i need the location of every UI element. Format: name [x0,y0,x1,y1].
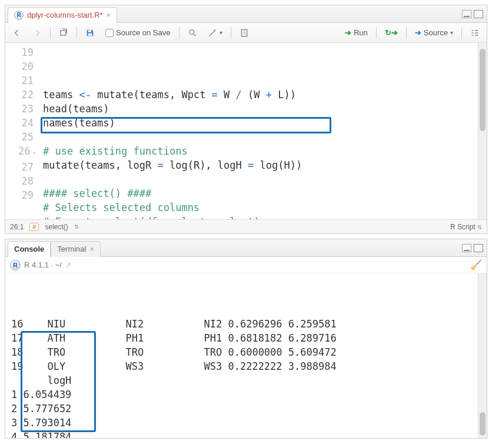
minimize-pane-icon[interactable] [462,244,471,252]
editor-toolbar: Source on Save ➔ Run ↻➔ ➔ Source [5,23,487,43]
rerun-icon: ↻➔ [385,28,398,37]
tab-terminal-label: Terminal [57,245,86,253]
scrollbar-thumb[interactable] [480,49,486,131]
rerun-button[interactable]: ↻➔ [381,26,401,39]
source-arrow-icon: ➔ [415,28,421,37]
section-chip[interactable]: # [29,223,39,231]
send-to-source-icon[interactable]: ⇗ [65,260,72,269]
show-in-new-window-button[interactable] [55,26,72,39]
nav-forward-button[interactable] [29,26,45,39]
console-pane: Console Terminal × R R 4.1.1 · ~/ ⇗ 🧹 16… [5,239,487,439]
toolbar-separator [406,27,407,39]
tab-terminal[interactable]: Terminal × [51,241,101,257]
toolbar-separator [461,27,462,39]
vertical-scrollbar[interactable] [478,273,487,438]
arrow-left-icon [12,28,22,38]
run-label: Run [354,28,368,37]
outline-sort-icon[interactable]: ⇅ [74,223,79,230]
svg-rect-0 [61,31,66,35]
nav-back-button[interactable] [9,26,25,39]
save-icon [85,28,95,38]
outline-section-name[interactable]: select() [45,223,68,231]
source-on-save-label: Source on Save [116,28,171,37]
clear-console-button[interactable]: 🧹 [470,259,482,270]
editor-body[interactable]: 1920212223242526▾272829 teams <- mutate(… [5,43,487,219]
editor-file-tab[interactable]: R dplyr-columns-start.R* × [8,7,117,23]
toolbar-separator [77,27,77,39]
run-arrow-icon: ➔ [345,28,351,37]
maximize-pane-icon[interactable] [474,10,483,18]
console-text[interactable]: 16 NIU NI2 NI2 0.6296296 6.259581 17 ATH… [5,273,478,438]
source-on-save-toggle[interactable]: Source on Save [102,26,174,39]
notebook-icon [240,28,249,38]
scrollbar-thumb[interactable] [480,412,486,436]
console-info-bar: R R 4.1.1 · ~/ ⇗ 🧹 [5,257,487,273]
editor-statusbar: 26:1 # select() ⇅ R Script ⇅ [5,219,487,233]
toolbar-separator [50,27,51,39]
save-button[interactable] [82,26,98,39]
minimize-pane-icon[interactable] [462,10,471,18]
svg-rect-1 [88,30,91,32]
outline-button[interactable] [467,26,483,39]
toolbar-separator [179,27,179,39]
file-type-sort-icon: ⇅ [477,224,482,230]
tab-console[interactable]: Console [8,241,51,257]
svg-rect-4 [241,29,247,36]
editor-pane: R dplyr-columns-start.R* × Source on Sav… [5,5,487,234]
editor-tab-filename: dplyr-columns-start.R* [27,11,103,19]
close-icon[interactable]: × [107,11,111,19]
vertical-scrollbar[interactable] [478,43,487,219]
checkbox-icon [105,29,114,37]
popout-icon [59,28,68,38]
svg-rect-2 [88,33,92,35]
find-button[interactable] [184,26,201,39]
toolbar-separator [376,27,377,39]
search-icon [188,28,197,38]
run-button[interactable]: ➔ Run [341,26,371,39]
svg-point-3 [189,29,194,34]
file-type-selector[interactable]: R Script ⇅ [450,223,482,231]
wand-icon [208,28,217,38]
code-tools-button[interactable] [204,26,226,39]
close-icon[interactable]: × [89,245,94,253]
tab-console-label: Console [14,245,44,253]
r-logo-icon: R [10,260,21,270]
source-button[interactable]: ➔ Source [411,26,457,39]
r-file-icon: R [14,11,24,20]
line-number-gutter: 1920212223242526▾272829 [5,43,39,219]
cursor-position: 26:1 [10,223,24,231]
pane-window-controls [462,10,487,18]
code-area[interactable]: teams <- mutate(teams, Wpct = W / (W + L… [39,43,478,219]
compile-report-button[interactable] [236,26,252,39]
pane-window-controls [462,244,487,252]
maximize-pane-icon[interactable] [474,244,483,252]
toolbar-separator [231,27,231,39]
console-output[interactable]: 16 NIU NI2 NI2 0.6296296 6.259581 17 ATH… [5,273,487,438]
editor-tabbar: R dplyr-columns-start.R* × [5,5,487,23]
arrow-right-icon [32,28,42,38]
r-version-text: R 4.1.1 · ~/ [24,260,62,269]
outline-icon [470,28,480,38]
console-tabbar: Console Terminal × [5,239,487,257]
source-label: Source [424,28,448,37]
